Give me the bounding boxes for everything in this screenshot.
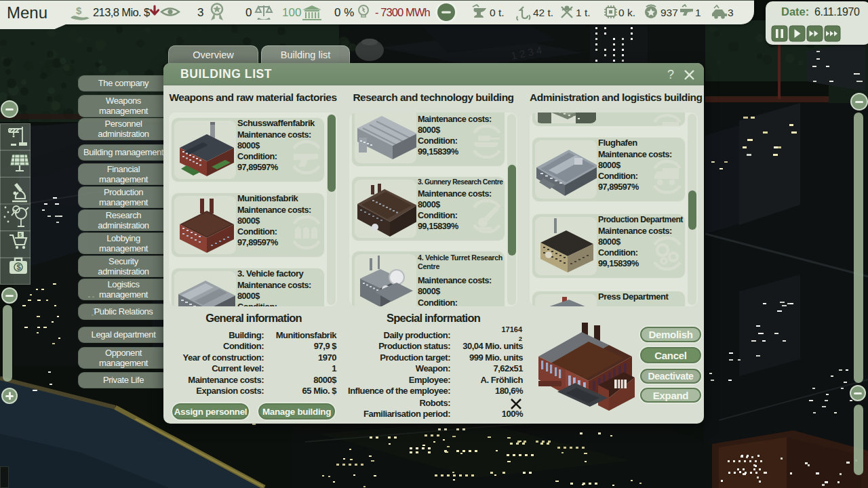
svg-text:Date:: Date: xyxy=(781,5,809,18)
svg-text:937: 937 xyxy=(660,7,678,18)
svg-text:0 %: 0 % xyxy=(334,6,354,19)
svg-text:- 7300 MWh: - 7300 MWh xyxy=(375,6,431,18)
svg-text:Menu: Menu xyxy=(7,3,47,22)
svg-text:6.11.1970: 6.11.1970 xyxy=(814,6,860,18)
svg-text:3: 3 xyxy=(197,6,203,19)
svg-text:3: 3 xyxy=(728,7,734,18)
svg-text:$: $ xyxy=(76,5,82,16)
svg-text:$: $ xyxy=(19,232,22,238)
svg-text:100: 100 xyxy=(282,6,301,19)
svg-text:42 t.: 42 t. xyxy=(533,7,553,18)
svg-text:213,8 Mio. $: 213,8 Mio. $ xyxy=(93,6,150,18)
svg-text:1: 1 xyxy=(695,7,701,18)
svg-text:0 k.: 0 k. xyxy=(618,7,635,18)
svg-text:$: $ xyxy=(17,263,21,271)
svg-text:0 t.: 0 t. xyxy=(490,7,505,18)
svg-text:1 t.: 1 t. xyxy=(576,7,591,18)
svg-text:0: 0 xyxy=(245,6,252,19)
